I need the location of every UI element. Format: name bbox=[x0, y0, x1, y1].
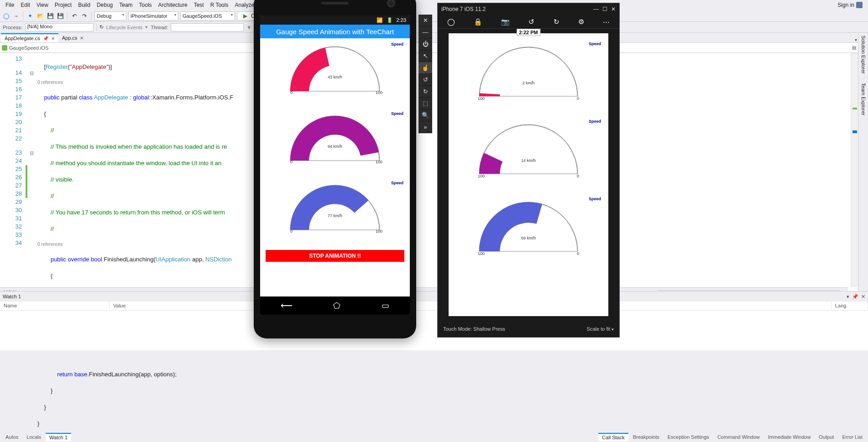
settings-icon[interactable]: ⚙ bbox=[578, 18, 584, 26]
pin-icon[interactable]: 📌 bbox=[43, 36, 48, 41]
new-file-icon[interactable]: ✦ bbox=[26, 12, 34, 20]
rail-team-explorer[interactable]: Team Explorer bbox=[860, 81, 867, 117]
emu-power-icon[interactable]: ⏻ bbox=[418, 38, 432, 50]
emu-rotate-right-icon[interactable]: ↻ bbox=[418, 86, 432, 98]
bottom-tab-locals[interactable]: Locals bbox=[23, 433, 45, 441]
close-icon[interactable]: ✕ bbox=[611, 6, 616, 12]
ios-window-titlebar[interactable]: iPhone 7 iOS 11.2 — ☐ ✕ bbox=[438, 3, 619, 15]
ios-window-title: iPhone 7 iOS 11.2 bbox=[441, 6, 593, 12]
app-title-bar: Gauge Speed Animation with TeeChart bbox=[260, 25, 410, 38]
emu-zoom-icon[interactable]: 🔍 bbox=[418, 109, 432, 121]
menu-edit[interactable]: Edit bbox=[18, 1, 33, 9]
menu-file[interactable]: File bbox=[3, 1, 17, 9]
tab-app[interactable]: App.cs ✕ bbox=[58, 33, 88, 42]
tab-appdelegate[interactable]: AppDelegate.cs 📌 ✕ bbox=[1, 33, 58, 42]
menu-project[interactable]: Project bbox=[52, 1, 74, 9]
startup-project-dropdown[interactable]: GaugeSpeed.iOS bbox=[180, 11, 235, 21]
status-time: 2:23 bbox=[397, 17, 406, 23]
android-screen[interactable]: 📶 🔋 2:23 Gauge Speed Animation with TeeC… bbox=[260, 16, 410, 315]
gauge-1: Speed 43 km/h 0 100 bbox=[264, 41, 406, 109]
play-icon: ▶ bbox=[241, 12, 249, 20]
maximize-icon[interactable]: ☐ bbox=[602, 6, 607, 12]
watch-col-lang[interactable]: Lang bbox=[831, 302, 868, 310]
filter-icon[interactable]: ▼ bbox=[246, 25, 251, 30]
gauge-legend: Speed bbox=[391, 181, 403, 185]
process-field[interactable]: [N/A] Mono bbox=[25, 23, 94, 31]
thread-label: Thread: bbox=[151, 25, 168, 30]
tab-overflow-icon[interactable]: ▾ bbox=[855, 37, 857, 42]
emu-touch-icon[interactable]: ☝ bbox=[418, 62, 432, 74]
sign-in[interactable]: Sign in bbox=[835, 1, 865, 9]
menu-build[interactable]: Build bbox=[75, 1, 93, 9]
scroll-map[interactable] bbox=[851, 53, 858, 287]
bottom-tab-autos[interactable]: Autos bbox=[2, 433, 22, 441]
user-avatar-icon bbox=[856, 2, 863, 8]
gauge-value-label: 14 km/h bbox=[521, 158, 536, 163]
scale-dropdown[interactable]: Scale to fit ▾ bbox=[587, 326, 614, 332]
forward-icon[interactable]: → bbox=[12, 12, 20, 20]
gauge-legend: Speed bbox=[589, 42, 601, 46]
emu-more-icon[interactable]: » bbox=[418, 121, 432, 133]
platform-dropdown[interactable]: iPhoneSimulator bbox=[128, 11, 178, 21]
rotate-left-icon[interactable]: ↺ bbox=[528, 18, 534, 26]
open-file-icon[interactable]: 📂 bbox=[36, 12, 44, 20]
screenshot-icon[interactable]: 📷 bbox=[501, 18, 510, 26]
android-nav-bar: ⟵ ⬠ ▭ bbox=[260, 296, 410, 315]
undo-icon[interactable]: ↶ bbox=[70, 12, 78, 20]
emu-close-icon[interactable]: ✕ bbox=[418, 15, 432, 26]
home-icon[interactable]: ◯ bbox=[447, 18, 455, 26]
bottom-tab-call-stack[interactable]: Call Stack bbox=[598, 433, 628, 441]
back-icon[interactable]: ◯ bbox=[2, 12, 10, 20]
panel-pin-icon[interactable]: 📌 bbox=[852, 294, 858, 300]
menu-team[interactable]: Team bbox=[116, 1, 135, 9]
close-icon[interactable]: ✕ bbox=[80, 36, 84, 41]
rotate-right-icon[interactable]: ↻ bbox=[554, 18, 559, 26]
minimize-icon[interactable]: — bbox=[593, 6, 599, 12]
menu-debug[interactable]: Debug bbox=[94, 1, 115, 9]
menu-r-tools[interactable]: R Tools bbox=[208, 1, 231, 9]
menu-architecture[interactable]: Architecture bbox=[156, 1, 190, 9]
close-icon[interactable]: ✕ bbox=[51, 36, 55, 41]
bottom-tab-watch-1[interactable]: Watch 1 bbox=[46, 433, 71, 441]
csharp-icon bbox=[2, 45, 7, 51]
recents-icon[interactable]: ▭ bbox=[382, 301, 389, 311]
right-side-rail: Solution Explorer Team Explorer bbox=[858, 33, 868, 293]
bottom-tab-immediate-window[interactable]: Immediate Window bbox=[764, 433, 815, 441]
configuration-dropdown[interactable]: Debug bbox=[94, 11, 126, 21]
emu-pointer-icon[interactable]: ↖ bbox=[418, 50, 432, 62]
save-icon[interactable]: 💾 bbox=[46, 12, 54, 20]
emu-minimize-icon[interactable]: — bbox=[418, 26, 432, 38]
save-all-icon[interactable]: 💾 bbox=[56, 12, 64, 20]
menu-view[interactable]: View bbox=[34, 1, 51, 9]
watch-col-name[interactable]: Name bbox=[0, 302, 110, 310]
more-icon[interactable]: ⋯ bbox=[603, 18, 610, 26]
bottom-tab-output[interactable]: Output bbox=[815, 433, 837, 441]
home-icon[interactable]: ⬠ bbox=[333, 301, 340, 311]
back-icon[interactable]: ⟵ bbox=[281, 301, 293, 311]
panel-dropdown-icon[interactable]: ▾ bbox=[847, 294, 849, 300]
gauge-value-label: 59 km/h bbox=[521, 236, 536, 240]
menu-tools[interactable]: Tools bbox=[136, 1, 155, 9]
stop-animation-button[interactable]: STOP ANIMATION !! bbox=[266, 250, 404, 262]
emu-rotate-left-icon[interactable]: ↺ bbox=[418, 74, 432, 86]
ios-screen[interactable]: Speed 2 km/h 100 0 Speed 14 km/h 100 0 bbox=[449, 33, 608, 316]
rail-solution-explorer[interactable]: Solution Explorer bbox=[860, 34, 867, 76]
project-crumb[interactable]: GaugeSpeed.iOS bbox=[2, 45, 48, 51]
ios-gauge-1: Speed 2 km/h 100 0 bbox=[451, 42, 606, 119]
redo-icon[interactable]: ↷ bbox=[80, 12, 89, 20]
bottom-tab-breakpoints[interactable]: Breakpoints bbox=[629, 433, 663, 441]
bottom-tab-exception-settings[interactable]: Exception Settings bbox=[664, 433, 713, 441]
bottom-tab-command-window[interactable]: Command Window bbox=[714, 433, 763, 441]
gauge-legend: Speed bbox=[589, 197, 601, 201]
panel-close-icon[interactable]: ✕ bbox=[861, 294, 865, 300]
emu-fit-icon[interactable]: ⬚ bbox=[418, 98, 432, 109]
watch-panel: Watch 1 ▾ 📌 ✕ Name Value Lang bbox=[0, 291, 868, 350]
split-icon[interactable]: ▤ bbox=[852, 45, 856, 50]
ios-status-time: 2:22 PM bbox=[517, 29, 540, 36]
bottom-tab-error-list[interactable]: Error List bbox=[838, 433, 866, 441]
menu-analyze[interactable]: Analyze bbox=[232, 1, 257, 9]
thread-field[interactable] bbox=[171, 23, 244, 31]
lifecycle-icon[interactable]: ↻ bbox=[99, 24, 104, 30]
menu-test[interactable]: Test bbox=[191, 1, 207, 9]
lock-icon[interactable]: 🔒 bbox=[474, 18, 482, 26]
